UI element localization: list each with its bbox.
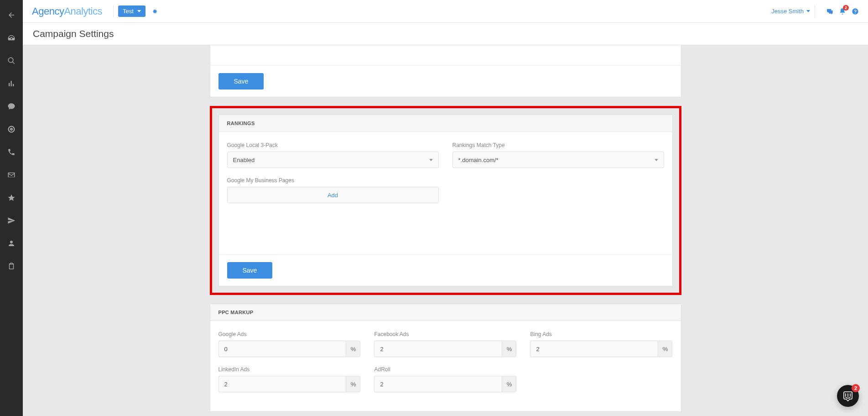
save-button-rankings[interactable]: Save (227, 262, 273, 279)
brand-logo[interactable]: AgencyAnalytics (32, 5, 102, 17)
intercom-icon (842, 390, 853, 401)
suffix-percent: % (346, 341, 360, 357)
sidebar-person[interactable] (0, 232, 23, 255)
mail-icon (7, 171, 16, 179)
intercom-count: 2 (852, 384, 860, 392)
caret-down-icon (137, 10, 141, 12)
intercom-button[interactable]: 2 (837, 385, 859, 407)
campaign-settings-button[interactable] (149, 6, 160, 17)
label-adroll: AdRoll (374, 366, 516, 373)
input-bing-ads[interactable] (530, 341, 658, 357)
caret-down-icon (806, 10, 810, 12)
messages-icon (826, 8, 833, 15)
star-icon (7, 194, 16, 202)
notifications-button[interactable]: 2 (839, 8, 846, 15)
caret-down-icon (655, 159, 658, 161)
chat-icon (7, 102, 16, 111)
suffix-percent: % (346, 376, 360, 392)
help-icon (852, 8, 859, 15)
select-value: *.domain.com/* (458, 157, 499, 163)
gauge-icon (7, 34, 16, 42)
input-google-ads[interactable] (218, 341, 346, 357)
page-title: Campaign Settings (33, 28, 114, 39)
select-value: Enabled (233, 157, 255, 163)
help-button[interactable] (852, 8, 859, 15)
brand-part1: Agency (32, 5, 64, 17)
highlight-box: Rankings Google Local 3-Pack Enabled Ran… (210, 106, 681, 295)
select-rankings-match-type[interactable]: *.domain.com/* (452, 152, 664, 168)
sidebar-analytics[interactable] (0, 72, 23, 95)
content-area[interactable]: Save Rankings Google Local 3-Pack Enable… (23, 45, 868, 416)
sidebar-mail[interactable] (0, 163, 23, 186)
user-name: Jesse Smith (771, 8, 804, 15)
label-google-my-business: Google My Business Pages (227, 177, 439, 184)
label-facebook-ads: Facebook Ads (374, 331, 516, 337)
target-icon (7, 125, 16, 133)
topbar-actions: 2 (826, 8, 859, 15)
sidebar (0, 0, 23, 416)
arrow-left-icon (7, 11, 16, 19)
person-icon (7, 239, 16, 247)
input-facebook-ads[interactable] (374, 341, 502, 357)
sidebar-star[interactable] (0, 186, 23, 209)
paper-plane-icon (7, 216, 16, 225)
panel-ppc-markup: PPC Markup Google Ads % Facebook Ads (210, 304, 681, 412)
select-google-local-3pack[interactable]: Enabled (227, 152, 439, 168)
input-adroll[interactable] (374, 376, 502, 392)
user-dropdown[interactable]: Jesse Smith (771, 8, 810, 15)
clipboard-icon (7, 262, 16, 270)
sidebar-target[interactable] (0, 118, 23, 141)
campaign-dropdown-label: Test (123, 8, 134, 15)
add-gmb-page-button[interactable]: Add (227, 187, 439, 203)
sidebar-dashboard[interactable] (0, 26, 23, 49)
caret-down-icon (429, 159, 433, 161)
phone-icon (7, 148, 16, 156)
suffix-percent: % (502, 341, 516, 357)
topbar: AgencyAnalytics Test Jesse Smith 2 (23, 0, 868, 23)
label-google-local-3pack: Google Local 3-Pack (227, 142, 439, 148)
panel-rankings: Rankings Google Local 3-Pack Enabled Ran… (218, 115, 673, 286)
sidebar-phone[interactable] (0, 141, 23, 163)
panel-heading-ppc: PPC Markup (210, 304, 681, 321)
search-icon (7, 57, 16, 65)
divider (815, 5, 815, 17)
panel-previous: Save (210, 45, 681, 97)
save-button[interactable]: Save (218, 73, 264, 90)
suffix-percent: % (658, 341, 672, 357)
notifications-count: 2 (843, 5, 849, 11)
label-bing-ads: Bing Ads (530, 331, 672, 337)
sidebar-back[interactable] (0, 4, 23, 26)
label-rankings-match-type: Rankings Match Type (452, 142, 664, 148)
brand-part2: Analytics (64, 5, 102, 17)
suffix-percent: % (502, 376, 516, 392)
messages-button[interactable] (826, 8, 833, 15)
divider (113, 5, 114, 17)
input-linkedin-ads[interactable] (218, 376, 346, 392)
sidebar-search[interactable] (0, 49, 23, 72)
label-linkedin-ads: LinkedIn Ads (218, 366, 361, 373)
sidebar-clipboard[interactable] (0, 255, 23, 278)
panel-heading-rankings: Rankings (219, 115, 672, 132)
gear-icon (151, 8, 158, 15)
campaign-dropdown[interactable]: Test (118, 5, 146, 17)
sidebar-chat[interactable] (0, 95, 23, 118)
sidebar-send[interactable] (0, 209, 23, 232)
page-title-bar: Campaign Settings (23, 23, 868, 45)
add-button-label: Add (327, 192, 338, 199)
bar-chart-icon (7, 79, 16, 88)
label-google-ads: Google Ads (218, 331, 361, 337)
